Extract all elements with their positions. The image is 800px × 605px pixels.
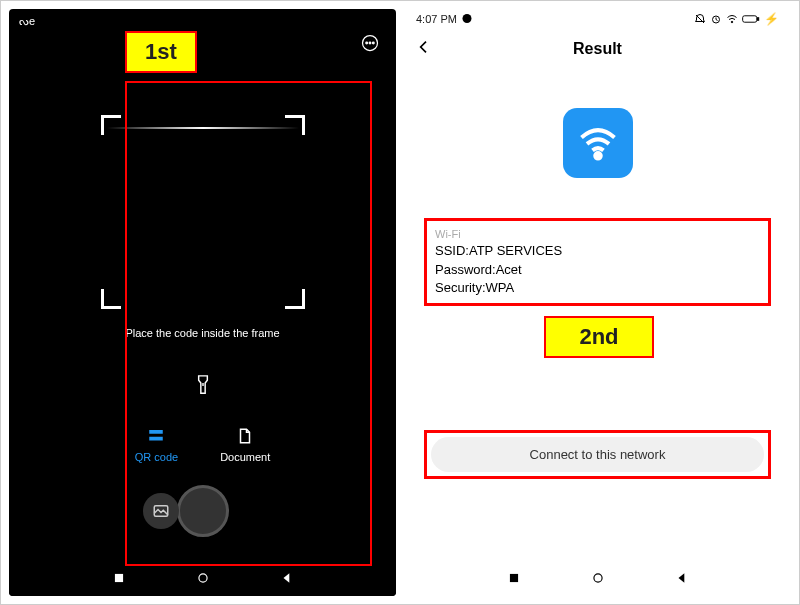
nav-back-icon[interactable] <box>675 571 689 585</box>
wifi-password: Password:Acet <box>435 261 760 279</box>
connect-button[interactable]: Connect to this network <box>431 437 764 472</box>
phone-result: 4:07 PM ⚡ Result <box>404 9 791 596</box>
wifi-tile-icon <box>563 108 633 178</box>
wifi-section-label: Wi-Fi <box>435 227 760 242</box>
svg-rect-17 <box>509 574 517 582</box>
svg-point-13 <box>731 21 733 23</box>
wifi-icon <box>576 121 620 165</box>
qr-code-icon <box>147 427 165 445</box>
nav-recents-icon[interactable] <box>112 571 126 585</box>
messenger-icon <box>461 13 473 25</box>
nav-home-icon[interactable] <box>591 571 605 585</box>
nav-home-icon[interactable] <box>196 571 210 585</box>
back-button[interactable] <box>416 37 432 60</box>
svg-point-1 <box>366 42 368 44</box>
nav-bar-left <box>9 560 396 596</box>
result-header: Result <box>404 29 791 68</box>
phone-scanner: ᔓe 1st Place the code inside the frame <box>9 9 396 596</box>
nav-recents-icon[interactable] <box>507 571 521 585</box>
scan-instruction: Place the code inside the frame <box>125 327 279 339</box>
gallery-button[interactable] <box>143 493 179 529</box>
status-bar-left: ᔓe <box>9 9 396 33</box>
svg-rect-15 <box>757 18 758 21</box>
dnd-icon <box>694 13 706 25</box>
svg-rect-5 <box>150 430 164 434</box>
page-title: Result <box>573 40 622 58</box>
status-icons: ⚡ <box>694 12 779 26</box>
tab-qr-label: QR code <box>135 451 178 463</box>
svg-point-9 <box>198 574 206 582</box>
highlight-frame-connect: Connect to this network <box>424 430 771 479</box>
qr-viewfinder[interactable] <box>103 117 303 307</box>
svg-point-18 <box>593 574 601 582</box>
svg-point-3 <box>373 42 375 44</box>
flashlight-button[interactable] <box>194 373 212 399</box>
charging-icon: ⚡ <box>764 12 779 26</box>
nav-back-icon[interactable] <box>280 571 294 585</box>
callout-second: 2nd <box>544 316 654 358</box>
svg-rect-14 <box>743 16 757 22</box>
svg-rect-6 <box>150 437 164 441</box>
status-bar-right: 4:07 PM ⚡ <box>404 9 791 29</box>
scan-area: Place the code inside the frame QR code <box>9 117 396 537</box>
battery-icon <box>742 14 760 24</box>
svg-point-16 <box>595 153 601 159</box>
tab-document[interactable]: Document <box>220 427 270 463</box>
callout-first: 1st <box>125 31 197 73</box>
svg-point-2 <box>369 42 371 44</box>
alarm-icon <box>710 13 722 25</box>
wifi-status-icon <box>726 13 738 25</box>
status-time: 4:07 PM <box>416 13 457 25</box>
wifi-security: Security:WPA <box>435 279 760 297</box>
carrier-icon: ᔓe <box>19 15 35 28</box>
nav-bar-right <box>404 560 791 596</box>
more-options-icon[interactable] <box>360 33 380 58</box>
svg-rect-8 <box>114 574 122 582</box>
gallery-icon <box>152 502 170 520</box>
tab-document-label: Document <box>220 451 270 463</box>
wifi-info-box: Wi-Fi SSID:ATP SERVICES Password:Acet Se… <box>424 218 771 306</box>
scan-mode-tabs: QR code Document <box>135 427 271 463</box>
shutter-button[interactable] <box>177 485 229 537</box>
tab-qr-code[interactable]: QR code <box>135 427 178 463</box>
document-icon <box>236 427 254 445</box>
svg-point-10 <box>462 14 471 23</box>
chevron-left-icon <box>416 39 432 55</box>
wifi-ssid: SSID:ATP SERVICES <box>435 242 760 260</box>
